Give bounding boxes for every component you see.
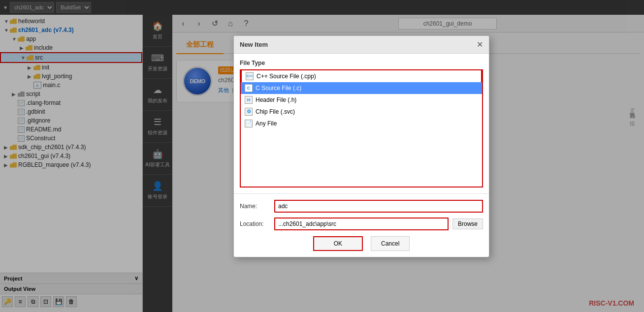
file-type-list: C++ Source File (.cpp) C Source File (.c… <box>240 69 483 187</box>
file-type-c[interactable]: C Source File (.c) <box>241 82 482 94</box>
cancel-button[interactable]: Cancel <box>371 236 410 251</box>
modal-overlay: New Item ✕ File Type C++ Source File (.c… <box>0 0 644 312</box>
svc-label: Chip File (.svc) <box>256 108 295 115</box>
modal-footer: Name: Location: Browse OK Cancel <box>234 193 489 257</box>
modal-header: New Item ✕ <box>234 36 489 54</box>
name-input[interactable] <box>274 200 483 213</box>
file-type-label: File Type <box>240 60 483 66</box>
modal-buttons: OK Cancel <box>240 236 483 251</box>
h-label: Header File (.h) <box>256 96 296 103</box>
modal-body: File Type C++ Source File (.cpp) C Sourc… <box>234 54 489 193</box>
name-label: Name: <box>240 203 274 210</box>
svc-icon <box>245 108 253 116</box>
c-label: C Source File (.c) <box>256 85 301 92</box>
file-type-any[interactable]: Any File <box>241 118 482 129</box>
ok-button[interactable]: OK <box>313 236 363 251</box>
file-type-cpp[interactable]: C++ Source File (.cpp) <box>241 69 482 82</box>
any-label: Any File <box>256 120 277 127</box>
list-padding <box>241 129 482 187</box>
modal-title: New Item <box>240 41 268 48</box>
location-label: Location: <box>240 220 274 227</box>
h-icon <box>245 96 253 104</box>
new-item-modal: New Item ✕ File Type C++ Source File (.c… <box>233 35 489 257</box>
cpp-icon <box>246 72 254 80</box>
browse-button[interactable]: Browse <box>452 218 483 229</box>
any-icon <box>245 120 253 127</box>
modal-close-button[interactable]: ✕ <box>477 40 483 49</box>
location-input[interactable] <box>274 218 449 230</box>
file-type-svc[interactable]: Chip File (.svc) <box>241 106 482 118</box>
c-icon <box>245 84 253 92</box>
location-row: Location: Browse <box>240 218 483 230</box>
file-type-h[interactable]: Header File (.h) <box>241 94 482 106</box>
cpp-label: C++ Source File (.cpp) <box>257 73 316 80</box>
name-row: Name: <box>240 200 483 213</box>
